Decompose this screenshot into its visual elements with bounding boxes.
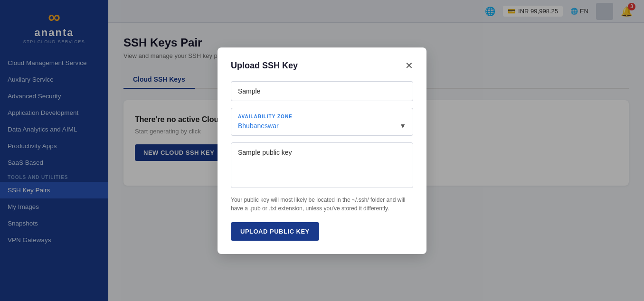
modal-overlay[interactable]: Upload SSH Key ✕ AVAILABILITY ZONE Bhuba… (0, 0, 644, 301)
upload-public-key-button[interactable]: UPLOAD PUBLIC KEY (231, 222, 319, 241)
public-key-textarea[interactable]: Sample public key (231, 142, 413, 188)
modal-title: Upload SSH Key (231, 61, 298, 71)
availability-zone-box: AVAILABILITY ZONE Bhubaneswar ▼ (231, 108, 413, 136)
az-value: Bhubaneswar (238, 122, 279, 130)
az-select-row[interactable]: Bhubaneswar ▼ (238, 122, 406, 130)
az-label: AVAILABILITY ZONE (238, 114, 406, 119)
upload-ssh-key-modal: Upload SSH Key ✕ AVAILABILITY ZONE Bhuba… (218, 47, 426, 254)
modal-hint: Your public key will most likely be loca… (231, 196, 413, 213)
modal-close-button[interactable]: ✕ (405, 61, 413, 70)
chevron-down-icon: ▼ (399, 122, 406, 130)
key-name-input[interactable] (231, 81, 413, 101)
modal-header: Upload SSH Key ✕ (231, 61, 413, 71)
